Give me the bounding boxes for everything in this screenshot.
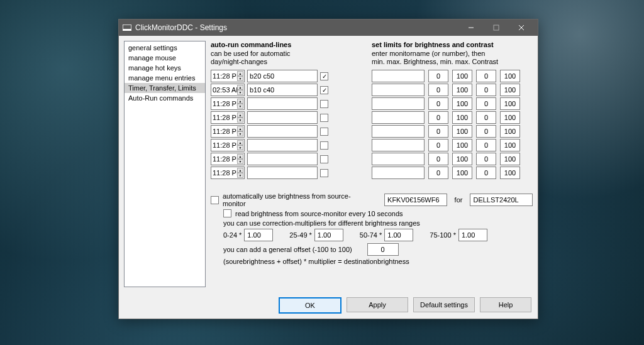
range-2-input[interactable]: 1.00: [384, 229, 413, 241]
default-settings-button[interactable]: Default settings: [413, 297, 475, 312]
command-input[interactable]: [247, 153, 318, 165]
contrast-max-input[interactable]: 100: [500, 125, 520, 138]
contrast-min-input[interactable]: 0: [476, 70, 496, 82]
time-spinner[interactable]: ▲▼: [237, 126, 243, 136]
enable-checkbox[interactable]: [320, 141, 328, 150]
spinner-down-icon[interactable]: ▼: [237, 90, 243, 95]
enable-checkbox[interactable]: [320, 114, 328, 122]
dest-monitor-input[interactable]: DELLST2420L: [470, 194, 533, 206]
contrast-max-input[interactable]: 100: [500, 139, 520, 151]
minimize-button[interactable]: [458, 19, 484, 36]
brightness-min-input[interactable]: 0: [428, 70, 448, 82]
spinner-up-icon[interactable]: ▲: [237, 168, 243, 173]
brightness-min-input[interactable]: 0: [428, 125, 448, 138]
brightness-min-input[interactable]: 0: [428, 111, 448, 124]
sidebar-item-timer[interactable]: Timer, Transfer, Limits: [125, 83, 205, 93]
monitor-name-input[interactable]: [372, 84, 425, 96]
command-input[interactable]: b10 c40: [247, 84, 318, 96]
contrast-min-input[interactable]: 0: [476, 111, 496, 124]
brightness-min-input[interactable]: 0: [428, 153, 448, 165]
command-input[interactable]: [247, 139, 318, 151]
auto-brightness-checkbox[interactable]: [211, 196, 219, 204]
brightness-min-input[interactable]: 0: [428, 84, 448, 96]
contrast-min-input[interactable]: 0: [476, 167, 496, 179]
offset-input[interactable]: 0: [367, 243, 399, 256]
contrast-min-input[interactable]: 0: [476, 139, 496, 151]
time-input[interactable]: 11:28 PM▲▼: [211, 167, 245, 179]
command-input[interactable]: b20 c50: [247, 70, 318, 82]
enable-checkbox[interactable]: ✓: [320, 72, 328, 80]
maximize-button[interactable]: [484, 19, 509, 36]
spinner-down-icon[interactable]: ▼: [237, 159, 243, 164]
command-input[interactable]: [247, 125, 318, 138]
brightness-max-input[interactable]: 100: [452, 125, 472, 138]
brightness-min-input[interactable]: 0: [428, 167, 448, 179]
contrast-max-input[interactable]: 100: [500, 97, 520, 110]
time-input[interactable]: 11:28 PM▲▼: [211, 97, 245, 110]
contrast-min-input[interactable]: 0: [476, 125, 496, 138]
time-input[interactable]: 11:28 PM▲▼: [211, 125, 245, 138]
time-spinner[interactable]: ▲▼: [237, 140, 243, 150]
titlebar[interactable]: ClickMonitorDDC - Settings: [119, 19, 538, 36]
ok-button[interactable]: OK: [279, 297, 341, 314]
spinner-up-icon[interactable]: ▲: [237, 112, 243, 118]
command-input[interactable]: [247, 167, 318, 179]
range-0-input[interactable]: 1.00: [244, 229, 273, 241]
time-spinner[interactable]: ▲▼: [237, 71, 243, 81]
monitor-name-input[interactable]: [372, 97, 425, 110]
brightness-max-input[interactable]: 100: [452, 84, 472, 96]
spinner-up-icon[interactable]: ▲: [237, 140, 243, 145]
spinner-down-icon[interactable]: ▼: [237, 76, 243, 81]
monitor-name-input[interactable]: [372, 111, 425, 124]
range-1-input[interactable]: 1.00: [314, 229, 343, 241]
time-input[interactable]: 11:28 PM▲▼: [211, 111, 245, 124]
contrast-min-input[interactable]: 0: [476, 153, 496, 165]
close-button[interactable]: [509, 19, 534, 36]
brightness-max-input[interactable]: 100: [452, 70, 472, 82]
sidebar-item-hotkeys[interactable]: manage hot keys: [125, 63, 205, 73]
sidebar-item-mouse[interactable]: manage mouse: [125, 53, 205, 63]
spinner-down-icon[interactable]: ▼: [237, 173, 243, 178]
spinner-up-icon[interactable]: ▲: [237, 154, 243, 159]
sidebar-item-menu[interactable]: manage menu entries: [125, 73, 205, 83]
enable-checkbox[interactable]: [320, 155, 328, 163]
enable-checkbox[interactable]: ✓: [320, 86, 328, 94]
brightness-min-input[interactable]: 0: [428, 139, 448, 151]
sidebar-item-autorun[interactable]: Auto-Run commands: [125, 93, 205, 103]
enable-checkbox[interactable]: [320, 100, 328, 108]
enable-checkbox[interactable]: [320, 169, 328, 177]
brightness-max-input[interactable]: 100: [452, 111, 472, 124]
time-spinner[interactable]: ▲▼: [237, 99, 243, 109]
spinner-up-icon[interactable]: ▲: [237, 85, 243, 90]
contrast-max-input[interactable]: 100: [500, 167, 520, 179]
contrast-min-input[interactable]: 0: [476, 84, 496, 96]
brightness-max-input[interactable]: 100: [452, 97, 472, 110]
monitor-name-input[interactable]: [372, 125, 425, 138]
brightness-max-input[interactable]: 100: [452, 139, 472, 151]
brightness-min-input[interactable]: 0: [428, 97, 448, 110]
contrast-max-input[interactable]: 100: [500, 111, 520, 124]
enable-checkbox[interactable]: [320, 128, 328, 136]
monitor-name-input[interactable]: [372, 70, 425, 82]
spinner-up-icon[interactable]: ▲: [237, 99, 243, 104]
contrast-max-input[interactable]: 100: [500, 70, 520, 82]
spinner-down-icon[interactable]: ▼: [237, 104, 243, 109]
sidebar-item-general[interactable]: general settings: [125, 43, 205, 53]
time-input[interactable]: 11:28 PM▲▼: [211, 70, 245, 82]
range-3-input[interactable]: 1.00: [458, 229, 487, 241]
spinner-up-icon[interactable]: ▲: [237, 71, 243, 76]
spinner-down-icon[interactable]: ▼: [237, 118, 243, 123]
contrast-min-input[interactable]: 0: [476, 97, 496, 110]
help-button[interactable]: Help: [480, 297, 531, 312]
monitor-name-input[interactable]: [372, 167, 425, 179]
time-input[interactable]: 11:28 PM▲▼: [211, 153, 245, 165]
source-monitor-input[interactable]: KFKV0€156WF6: [384, 194, 447, 206]
time-spinner[interactable]: ▲▼: [237, 112, 243, 123]
time-spinner[interactable]: ▲▼: [237, 168, 243, 178]
brightness-max-input[interactable]: 100: [452, 167, 472, 179]
monitor-name-input[interactable]: [372, 139, 425, 151]
apply-button[interactable]: Apply: [347, 297, 408, 312]
spinner-down-icon[interactable]: ▼: [237, 145, 243, 150]
spinner-down-icon[interactable]: ▼: [237, 131, 243, 136]
command-input[interactable]: [247, 111, 318, 124]
